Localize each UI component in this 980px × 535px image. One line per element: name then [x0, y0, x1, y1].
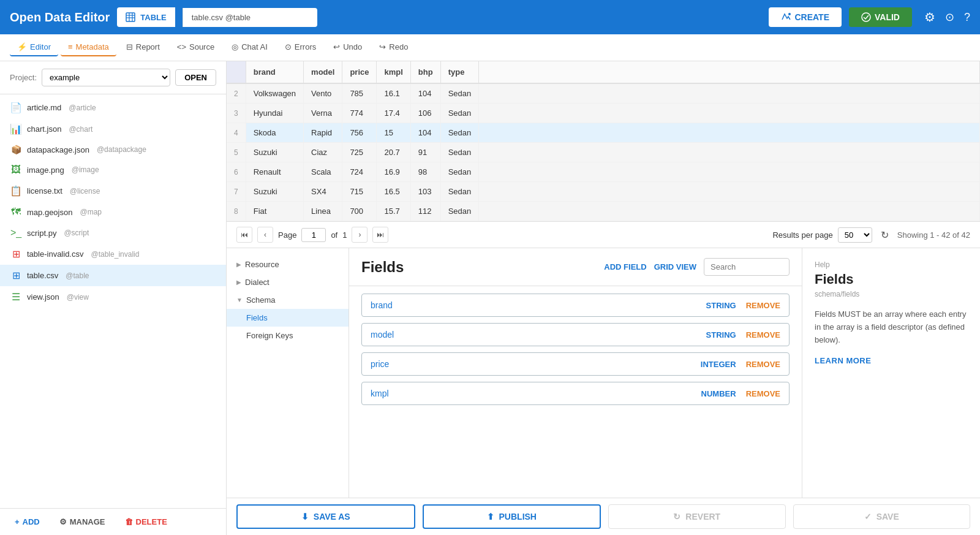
cell-bhp[interactable]: 104	[410, 83, 440, 104]
tree-schema[interactable]: ▼ Schema	[227, 291, 349, 309]
file-item-license[interactable]: 📋 license.txt @license	[0, 180, 226, 202]
table-row[interactable]: 4 Skoda Rapid 756 15 104 Sedan	[227, 123, 980, 143]
cell-kmpl[interactable]: 16.5	[377, 182, 410, 202]
project-select[interactable]: example	[42, 69, 170, 86]
cell-price[interactable]: 715	[342, 182, 377, 202]
remove-field-button[interactable]: REMOVE	[746, 389, 780, 398]
save-button[interactable]: ✓ SAVE	[793, 504, 971, 529]
table-row[interactable]: 7 Suzuki SX4 715 16.5 103 Sedan	[227, 182, 980, 202]
file-item-chart[interactable]: 📊 chart.json @chart	[0, 118, 226, 140]
cell-price[interactable]: 724	[342, 162, 377, 182]
tab-chat[interactable]: ◎ Chat AI	[224, 39, 275, 56]
file-item-script[interactable]: >_ script.py @script	[0, 222, 226, 243]
page-input[interactable]	[301, 228, 326, 242]
cell-price[interactable]: 774	[342, 104, 377, 123]
cell-brand[interactable]: Fiat	[246, 202, 303, 221]
cell-model[interactable]: Rapid	[304, 123, 342, 143]
settings-icon[interactable]: ⚙	[924, 10, 935, 25]
remove-field-button[interactable]: REMOVE	[746, 360, 780, 369]
cell-model[interactable]: SX4	[304, 182, 342, 202]
tree-dialect[interactable]: ▶ Dialect	[227, 273, 349, 291]
valid-button[interactable]: VALID	[849, 7, 912, 27]
page-prev-btn[interactable]: ‹	[257, 227, 273, 243]
cell-brand[interactable]: Hyundai	[246, 104, 303, 123]
per-page-select[interactable]: 50 25 100	[838, 227, 872, 243]
field-row-kmpl[interactable]: kmpl NUMBER REMOVE	[361, 382, 790, 405]
file-item-article[interactable]: 📄 article.md @article	[0, 97, 226, 118]
cell-kmpl[interactable]: 17.4	[377, 104, 410, 123]
tab-errors[interactable]: ⊙ Errors	[277, 39, 323, 56]
field-row-brand[interactable]: brand STRING REMOVE	[361, 294, 790, 317]
publish-button[interactable]: ⬆ PUBLISH	[423, 504, 601, 529]
cell-type[interactable]: Sedan	[440, 202, 479, 221]
cell-bhp[interactable]: 106	[410, 104, 440, 123]
tree-foreign-keys[interactable]: Foreign Keys	[227, 327, 349, 344]
learn-more-button[interactable]: LEARN MORE	[815, 356, 871, 365]
file-item-datapackage[interactable]: 📦 datapackage.json @datapackage	[0, 140, 226, 159]
cell-kmpl[interactable]: 16.9	[377, 162, 410, 182]
cell-type[interactable]: Sedan	[440, 162, 479, 182]
cell-bhp[interactable]: 98	[410, 162, 440, 182]
cell-model[interactable]: Scala	[304, 162, 342, 182]
add-button[interactable]: + ADD	[10, 515, 45, 529]
col-kmpl[interactable]: kmpl	[377, 61, 410, 83]
table-button[interactable]: TABLE	[117, 7, 175, 27]
tab-metadata[interactable]: ≡ Metadata	[61, 39, 116, 56]
col-bhp[interactable]: bhp	[410, 61, 440, 83]
tab-editor[interactable]: ⚡ Editor	[10, 39, 58, 56]
create-button[interactable]: CREATE	[769, 7, 842, 27]
manage-button[interactable]: ⚙ MANAGE	[55, 515, 110, 529]
cell-kmpl[interactable]: 20.7	[377, 143, 410, 162]
file-item-table-invalid[interactable]: ⊞ table-invalid.csv @table_invalid	[0, 243, 226, 265]
page-next-btn[interactable]: ›	[352, 227, 368, 243]
cell-model[interactable]: Verna	[304, 104, 342, 123]
remove-field-button[interactable]: REMOVE	[746, 301, 780, 310]
fields-search-input[interactable]	[704, 258, 790, 276]
cell-kmpl[interactable]: 15.7	[377, 202, 410, 221]
col-type[interactable]: type	[440, 61, 479, 83]
github-icon[interactable]: ⊙	[945, 10, 954, 24]
cell-brand[interactable]: Renault	[246, 162, 303, 182]
cell-kmpl[interactable]: 16.1	[377, 83, 410, 104]
file-item-table[interactable]: ⊞ table.csv @table	[0, 265, 226, 286]
table-row[interactable]: 6 Renault Scala 724 16.9 98 Sedan	[227, 162, 980, 182]
save-as-button[interactable]: ⬇ SAVE AS	[236, 504, 415, 529]
cell-brand[interactable]: Suzuki	[246, 143, 303, 162]
field-row-model[interactable]: model STRING REMOVE	[361, 323, 790, 346]
cell-brand[interactable]: Skoda	[246, 123, 303, 143]
page-last-btn[interactable]: ⏭	[372, 227, 388, 243]
cell-price[interactable]: 785	[342, 83, 377, 104]
col-price[interactable]: price	[342, 61, 377, 83]
grid-view-button[interactable]: GRID VIEW	[654, 262, 696, 271]
file-item-view[interactable]: ☰ view.json @view	[0, 286, 226, 308]
tree-fields[interactable]: Fields	[227, 309, 349, 327]
cell-bhp[interactable]: 103	[410, 182, 440, 202]
cell-model[interactable]: Vento	[304, 83, 342, 104]
col-brand[interactable]: brand	[246, 61, 303, 83]
revert-button[interactable]: ↻ REVERT	[608, 504, 786, 529]
tree-resource[interactable]: ▶ Resource	[227, 256, 349, 273]
page-first-btn[interactable]: ⏮	[236, 227, 252, 243]
cell-price[interactable]: 725	[342, 143, 377, 162]
cell-bhp[interactable]: 91	[410, 143, 440, 162]
tab-report[interactable]: ⊟ Report	[119, 39, 167, 56]
cell-brand[interactable]: Volkswagen	[246, 83, 303, 104]
refresh-button[interactable]: ↻	[877, 228, 892, 242]
table-row[interactable]: 8 Fiat Linea 700 15.7 112 Sedan	[227, 202, 980, 221]
cell-type[interactable]: Sedan	[440, 104, 479, 123]
cell-bhp[interactable]: 104	[410, 123, 440, 143]
cell-model[interactable]: Ciaz	[304, 143, 342, 162]
tab-source[interactable]: <> Source	[170, 39, 222, 56]
file-item-image[interactable]: 🖼 image.png @image	[0, 159, 226, 180]
cell-type[interactable]: Sedan	[440, 123, 479, 143]
add-field-button[interactable]: ADD FIELD	[604, 262, 646, 271]
tab-undo[interactable]: ↩ Undo	[326, 39, 369, 56]
file-item-map[interactable]: 🗺 map.geojson @map	[0, 202, 226, 222]
remove-field-button[interactable]: REMOVE	[746, 330, 780, 340]
table-wrapper[interactable]: brand model price kmpl bhp type 2 Volksw…	[227, 61, 980, 221]
help-icon[interactable]: ?	[964, 11, 970, 24]
cell-price[interactable]: 700	[342, 202, 377, 221]
field-row-price[interactable]: price INTEGER REMOVE	[361, 352, 790, 376]
cell-type[interactable]: Sedan	[440, 182, 479, 202]
cell-type[interactable]: Sedan	[440, 83, 479, 104]
